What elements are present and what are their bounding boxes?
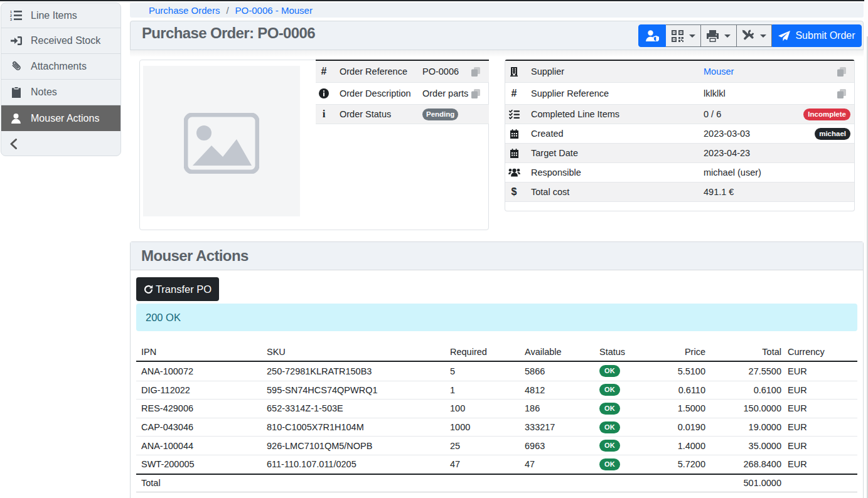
svg-text:2: 2 <box>10 14 12 18</box>
svg-text:1: 1 <box>10 10 12 14</box>
svg-text:3: 3 <box>10 18 12 21</box>
